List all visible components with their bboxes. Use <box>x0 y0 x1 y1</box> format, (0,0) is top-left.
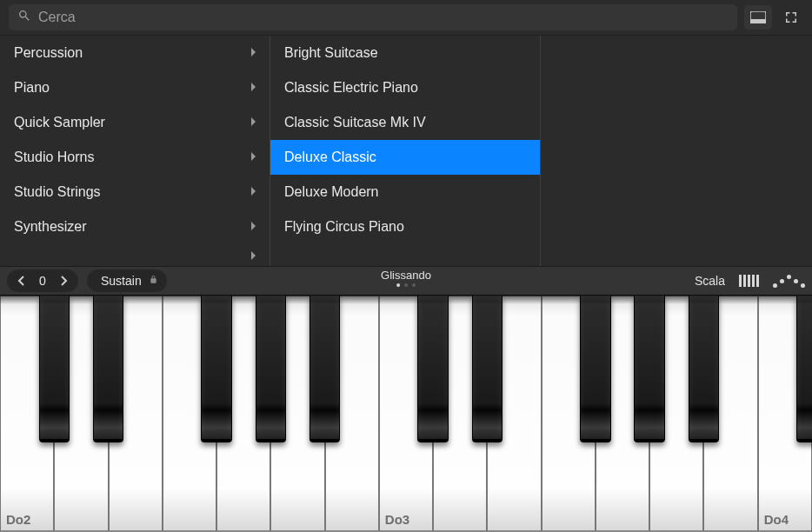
svg-rect-1 <box>750 19 766 23</box>
black-key[interactable] <box>472 296 503 442</box>
preset-item[interactable]: Flying Circus Piano <box>270 209 540 244</box>
category-item[interactable]: Studio Strings <box>0 175 270 209</box>
octave-up-button[interactable] <box>54 270 75 291</box>
black-key[interactable] <box>634 296 664 442</box>
preset-label: Flying Circus Piano <box>284 219 404 235</box>
black-key[interactable] <box>201 296 231 442</box>
chevron-right-icon <box>250 45 257 61</box>
chevron-right-icon <box>250 184 257 200</box>
preset-label: Classic Suitcase Mk IV <box>284 115 426 130</box>
chevron-right-icon <box>250 249 257 264</box>
black-key[interactable] <box>39 296 70 442</box>
chevron-right-icon <box>250 115 257 130</box>
preset-item[interactable]: Bright Suitcase <box>270 36 540 70</box>
black-key[interactable] <box>689 296 719 442</box>
black-key[interactable] <box>309 296 340 442</box>
dot-active <box>396 283 400 287</box>
category-label: Piano <box>14 80 50 96</box>
piano-keyboard[interactable]: Do2 Do3 Do4 <box>0 296 812 532</box>
preset-label: Bright Suitcase <box>284 45 378 61</box>
category-item-partial[interactable] <box>0 244 270 266</box>
preset-column[interactable]: Bright Suitcase Classic Electric Piano C… <box>270 36 541 266</box>
preset-label: Deluxe Classic <box>284 150 376 165</box>
lock-icon <box>149 274 158 288</box>
category-item[interactable]: Studio Horns <box>0 140 270 175</box>
preset-item[interactable]: Classic Suitcase Mk IV <box>270 105 540 140</box>
top-bar <box>0 0 812 35</box>
app-root: Percussion Piano Quick Sampler Studio Ho… <box>0 0 812 532</box>
category-item[interactable]: Synthesizer <box>0 209 270 244</box>
black-key[interactable] <box>796 296 812 442</box>
keyboard-area: Do2 Do3 Do4 <box>0 296 812 532</box>
scale-button[interactable]: Scala <box>695 274 725 288</box>
black-key[interactable] <box>417 296 448 442</box>
view-mode-button[interactable] <box>744 5 772 30</box>
play-mode-selector[interactable]: Glissando <box>381 269 431 287</box>
category-item[interactable]: Quick Sampler <box>0 105 270 140</box>
black-keys-row <box>0 296 812 442</box>
octave-down-button[interactable] <box>10 270 31 291</box>
octave-value: 0 <box>31 274 54 288</box>
dot <box>404 283 408 287</box>
chevron-right-icon <box>250 150 257 165</box>
category-label: Synthesizer <box>14 219 87 235</box>
sustain-label: Sustain <box>101 274 142 288</box>
search-icon <box>17 9 31 26</box>
play-mode-label: Glissando <box>381 269 431 282</box>
category-label: Studio Strings <box>14 184 101 200</box>
category-label: Percussion <box>14 45 83 61</box>
key-label: Do4 <box>764 512 789 527</box>
preset-label: Deluxe Modern <box>284 184 379 200</box>
fullscreen-button[interactable] <box>779 5 803 30</box>
control-strip: 0 Sustain Glissando Scala <box>0 266 812 296</box>
strip-right-group: Scala <box>695 274 805 288</box>
black-key[interactable] <box>93 296 123 442</box>
category-label: Studio Horns <box>14 150 95 165</box>
black-key[interactable] <box>580 296 610 442</box>
preset-item[interactable]: Classic Electric Piano <box>270 70 540 105</box>
category-item[interactable]: Percussion <box>0 36 270 70</box>
key-label: Do3 <box>385 512 409 527</box>
search-field[interactable] <box>9 4 737 30</box>
category-label: Quick Sampler <box>14 115 105 130</box>
arpeggiator-button[interactable] <box>773 275 805 288</box>
category-item[interactable]: Piano <box>0 70 270 105</box>
detail-column <box>541 36 812 266</box>
key-label: Do2 <box>6 512 30 527</box>
category-column[interactable]: Percussion Piano Quick Sampler Studio Ho… <box>0 36 270 266</box>
keyboard-top-shadow <box>0 296 812 304</box>
preset-item[interactable]: Deluxe Modern <box>270 175 540 209</box>
sustain-toggle[interactable]: Sustain <box>87 269 167 292</box>
page-dots <box>396 283 416 287</box>
sound-browser: Percussion Piano Quick Sampler Studio Ho… <box>0 35 812 266</box>
preset-item-selected[interactable]: Deluxe Classic <box>270 140 540 175</box>
keyboard-size-button[interactable] <box>739 275 759 287</box>
octave-stepper: 0 <box>7 269 78 292</box>
preset-label: Classic Electric Piano <box>284 80 418 96</box>
chevron-right-icon <box>250 80 257 96</box>
search-input[interactable] <box>38 10 729 25</box>
chevron-right-icon <box>250 219 257 235</box>
dot <box>412 283 416 287</box>
black-key[interactable] <box>256 296 286 442</box>
